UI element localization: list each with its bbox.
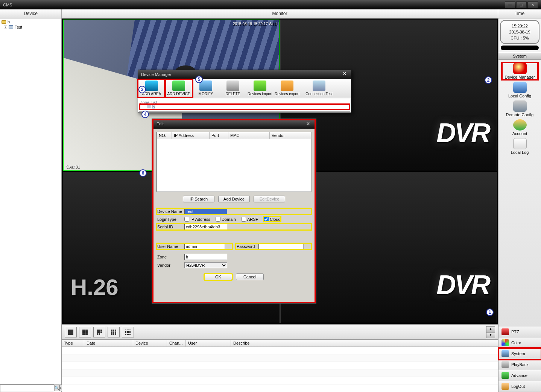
menu-color[interactable]: Color bbox=[498, 337, 541, 348]
domain-checkbox[interactable] bbox=[216, 217, 220, 222]
menu-system[interactable]: System bbox=[498, 348, 541, 359]
account-button[interactable]: Account bbox=[502, 119, 538, 136]
cloud-checkbox[interactable] bbox=[264, 217, 269, 222]
zone-list-tree: Zone List h bbox=[139, 99, 350, 112]
device-manager-close-button[interactable]: × bbox=[341, 71, 348, 77]
device-tree-panel: h + Test 🔍 ↻ bbox=[0, 18, 62, 392]
login-type-ip[interactable]: IP Address bbox=[184, 217, 210, 222]
devices-export-label: Devices export bbox=[274, 92, 301, 96]
search-icon[interactable]: 🔍 bbox=[54, 384, 59, 391]
devices-import-button[interactable]: Devices import bbox=[246, 80, 274, 97]
layout-4x4-button[interactable] bbox=[122, 327, 134, 337]
col-user[interactable]: User bbox=[186, 340, 231, 346]
ok-button[interactable]: OK bbox=[204, 273, 232, 280]
col-device[interactable]: Device bbox=[133, 340, 167, 346]
user-name-label: User Name bbox=[157, 244, 184, 249]
device-search-input[interactable] bbox=[0, 384, 54, 392]
cancel-button[interactable]: Cancel bbox=[236, 273, 264, 280]
menu-playback-label: PlayBack bbox=[511, 362, 529, 367]
ip-search-button[interactable]: IP Search bbox=[183, 196, 214, 202]
modify-button[interactable]: MODIFY bbox=[192, 80, 219, 97]
maximize-button[interactable]: □ bbox=[516, 2, 527, 8]
annotation-3: 3 bbox=[138, 86, 146, 93]
password-label: Password bbox=[236, 244, 258, 249]
menu-ptz[interactable]: PTZ bbox=[498, 327, 541, 337]
zone-item-label[interactable]: h bbox=[152, 105, 155, 109]
layout-1x1-button[interactable] bbox=[65, 327, 77, 337]
advance-icon bbox=[501, 372, 509, 379]
tree-root[interactable]: h bbox=[0, 19, 61, 24]
layout-2x2-button[interactable] bbox=[79, 327, 91, 337]
folder-icon bbox=[2, 20, 6, 24]
right-panel: 15:29:22 2015-08-19 CPU : 5% System Devi… bbox=[498, 18, 541, 392]
layout-3x3-button[interactable] bbox=[108, 327, 120, 337]
close-button[interactable]: × bbox=[527, 2, 538, 8]
col-date[interactable]: Date bbox=[84, 340, 133, 346]
arsp-checkbox[interactable] bbox=[241, 217, 246, 222]
delete-button[interactable]: DELETE bbox=[219, 80, 246, 97]
devices-export-button[interactable]: Devices export bbox=[274, 80, 301, 97]
minimize-button[interactable]: — bbox=[505, 2, 515, 8]
dvr-watermark: DVR bbox=[436, 117, 489, 148]
password-input[interactable] bbox=[258, 243, 304, 249]
annotation-6: 6 bbox=[139, 169, 147, 177]
scan-col-port[interactable]: Port bbox=[210, 132, 228, 139]
device-manager-button[interactable]: Device Manager bbox=[502, 63, 538, 79]
remote-config-button[interactable]: Remote Config bbox=[502, 100, 538, 117]
app-titlebar: CMS — □ × bbox=[0, 0, 541, 9]
scan-col-vendor[interactable]: Vendor bbox=[270, 132, 311, 139]
playback-icon bbox=[501, 361, 509, 368]
add-device-scan-button[interactable]: Add Device bbox=[218, 196, 250, 202]
device-manager-label: Device Manager bbox=[502, 75, 538, 79]
h264-watermark: H.26 bbox=[71, 274, 119, 300]
clock-date: 2015-08-19 bbox=[502, 29, 537, 35]
connection-test-button[interactable]: Connection Test bbox=[301, 80, 337, 97]
edit-device-dialog: Edit × NO. IP Address Port MAC Vendor IP… bbox=[152, 119, 316, 303]
scroll-down-button[interactable]: ▼ bbox=[486, 332, 495, 338]
expand-icon[interactable]: + bbox=[4, 26, 7, 29]
scan-col-no[interactable]: NO. bbox=[157, 132, 172, 139]
device-manager-dialog-title: Device Manager bbox=[141, 72, 171, 77]
color-icon bbox=[501, 339, 509, 346]
add-device-button[interactable]: ADD DEVICE bbox=[165, 80, 192, 97]
edit-dialog-close-button[interactable]: × bbox=[305, 122, 312, 128]
remote-config-label: Remote Config bbox=[502, 112, 538, 117]
log-table: Type Date Device Chan... User Describe bbox=[62, 339, 498, 392]
scan-col-ip[interactable]: IP Address bbox=[172, 132, 210, 139]
scan-col-mac[interactable]: MAC bbox=[228, 132, 270, 139]
user-name-input[interactable] bbox=[184, 243, 225, 249]
login-type-label: LoginType bbox=[157, 217, 184, 222]
modify-label: MODIFY bbox=[192, 92, 219, 96]
ip-address-checkbox[interactable] bbox=[184, 217, 189, 222]
local-log-icon bbox=[513, 138, 527, 149]
zone-label: Zone bbox=[157, 255, 184, 259]
devices-import-icon bbox=[254, 81, 266, 91]
vendor-select[interactable]: H264DVR bbox=[184, 262, 227, 268]
col-describe[interactable]: Describe bbox=[231, 340, 498, 346]
serial-id-input[interactable] bbox=[184, 224, 227, 230]
device-manager-dialog: Device Manager × ADD AREA ADD DEVICE MOD… bbox=[138, 70, 351, 113]
login-type-arsp[interactable]: ARSP bbox=[241, 217, 258, 222]
menu-playback[interactable]: PlayBack bbox=[498, 359, 541, 370]
device-name-input[interactable] bbox=[184, 208, 227, 214]
col-channel[interactable]: Chan... bbox=[167, 340, 186, 346]
col-type[interactable]: Type bbox=[62, 340, 84, 346]
account-label: Account bbox=[502, 131, 538, 136]
device-manager-toolbar: ADD AREA ADD DEVICE MODIFY DELETE Device… bbox=[138, 79, 351, 98]
local-config-button[interactable]: Local Config bbox=[502, 82, 538, 98]
menu-advance-label: Advance bbox=[511, 373, 527, 378]
scroll-up-button[interactable]: ▲ bbox=[486, 326, 495, 332]
menu-advance[interactable]: Advance bbox=[498, 370, 541, 381]
tree-child[interactable]: + Test bbox=[0, 24, 61, 30]
annotation-2: 2 bbox=[485, 76, 492, 84]
tree-child-label: Test bbox=[15, 25, 22, 29]
device-manager-icon bbox=[513, 63, 527, 74]
menu-logout[interactable]: LogOut bbox=[498, 381, 541, 392]
local-log-button[interactable]: Local Log bbox=[502, 138, 538, 155]
section-header-row: Device Monitor Time bbox=[0, 9, 541, 18]
layout-6-button[interactable] bbox=[93, 327, 105, 337]
login-type-domain[interactable]: Domain bbox=[216, 217, 236, 222]
log-row bbox=[62, 354, 498, 362]
login-type-cloud[interactable]: Cloud bbox=[264, 217, 281, 222]
ptz-icon bbox=[501, 328, 509, 335]
